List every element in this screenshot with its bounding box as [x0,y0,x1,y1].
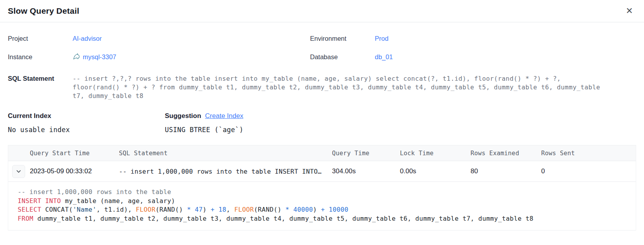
header-rows-sent: Rows Sent [541,150,636,157]
create-index-link[interactable]: Create Index [205,112,243,120]
expand-row-button[interactable] [12,165,25,178]
table-header-row: Query Start Time SQL Statement Query Tim… [8,145,636,161]
cell-rows-examined: 80 [471,167,541,175]
expanded-sql-panel: -- insert 1,000,000 rows into the table … [8,182,636,230]
header-query-time: Query Time [332,150,400,157]
sql-comment-line: -- insert 1,000,000 rows into the table [18,188,629,197]
cell-query-time: 304.00s [332,167,400,175]
suggestion-label: Suggestion [165,112,201,120]
instance-link[interactable]: mysql-3307 [83,53,116,61]
sql-from-line: FROM dummy_table t1, dummy_table t2, dum… [18,214,629,223]
sql-statement-text: -- insert ?,?,? rows into the table inse… [73,74,602,100]
current-index-label: Current Index [8,112,51,120]
slow-query-table: Query Start Time SQL Statement Query Tim… [8,145,636,230]
suggestion-value: USING BTREE (`age`) [165,126,243,134]
environment-link[interactable]: Prod [375,35,389,42]
dialog-header: Slow Query Detail ✕ [0,0,644,22]
sql-statement-section: SQL Statement -- insert ?,?,? rows into … [0,71,644,100]
query-info-section: Project AI-advisor Environment Prod Inst… [0,22,644,61]
page-title: Slow Query Detail [8,6,79,16]
project-link[interactable]: AI-advisor [73,35,102,42]
index-section: Current Index No usable index Suggestion… [0,100,644,134]
project-label: Project [8,35,73,42]
database-link[interactable]: db_01 [375,53,393,61]
close-button[interactable]: ✕ [624,6,635,16]
sql-select-line: SELECT CONCAT('Name', t1.id), FLOOR(RAND… [18,205,629,214]
instance-label: Instance [8,53,73,61]
current-index-value: No usable index [8,126,165,134]
header-rows-examined: Rows Examined [471,150,541,157]
table-row[interactable]: 2023-05-09 00:33:02 -- insert 1,000,000 … [8,161,636,182]
database-label: Database [310,53,375,61]
cell-rows-sent: 0 [541,167,636,175]
sql-statement-label: SQL Statement [8,74,73,100]
header-lock-time: Lock Time [400,150,471,157]
sql-insert-line: INSERT INTO my_table (name, age, salary) [18,197,629,206]
chevron-down-icon [16,169,22,174]
cell-lock-time: 0.00s [400,167,471,175]
cell-query-start-time: 2023-05-09 00:33:02 [30,167,119,175]
close-icon: ✕ [626,6,633,16]
slow-query-detail-dialog: { "dialog": { "title": "Slow Query Detai… [0,0,644,245]
header-sql-statement: SQL Statement [119,150,332,157]
header-query-start-time: Query Start Time [30,150,119,157]
cell-sql-statement: -- insert 1,000,000 rows into the table … [119,168,332,175]
environment-label: Environment [310,35,375,42]
mysql-dolphin-icon [73,53,80,61]
